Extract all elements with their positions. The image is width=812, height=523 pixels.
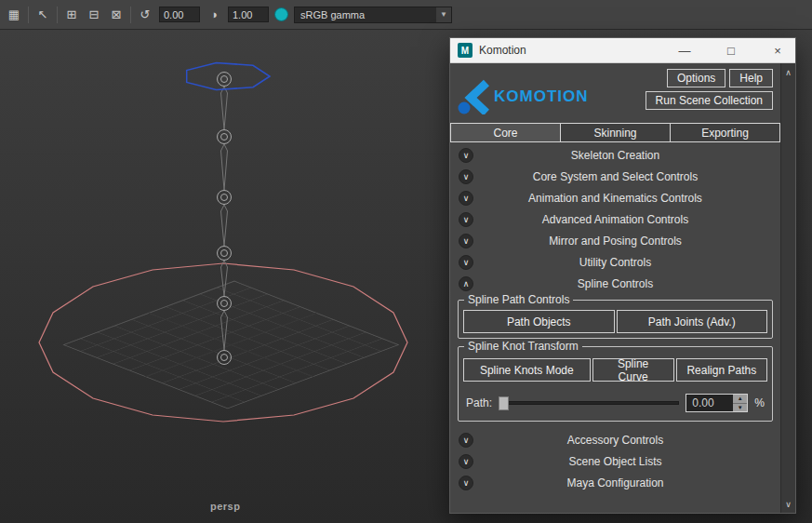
color-management-toggle[interactable] (274, 7, 288, 21)
plugin-header: KOMOTION Options Help Run Scene Collecti… (450, 63, 780, 121)
chevron-down-icon[interactable]: ∨ (459, 255, 473, 270)
section-advanced-animation[interactable]: ∨ Advanced Animation Controls (450, 208, 780, 230)
window-titlebar[interactable]: M Komotion — □ × (450, 38, 795, 63)
section-label: Scene Object Lists (568, 455, 661, 468)
exposure-icon[interactable]: ↺ (137, 7, 153, 23)
section-label: Accessory Controls (567, 434, 663, 447)
section-skeleton-creation[interactable]: ∨ Skeleton Creation (450, 144, 780, 166)
window-content: KOMOTION Options Help Run Scene Collecti… (450, 63, 780, 513)
komotion-window-icon: M (458, 43, 473, 58)
path-slider[interactable] (499, 396, 679, 410)
scrollbar[interactable]: ∧ ∨ (780, 63, 795, 513)
section-spline-controls[interactable]: ∧ Spline Controls (450, 273, 780, 294)
spinner-down-button[interactable]: ▼ (733, 403, 747, 412)
camera-label: persp (210, 501, 240, 512)
chevron-down-icon: ▼ (436, 7, 451, 22)
section-utility-controls[interactable]: ∨ Utility Controls (450, 251, 780, 273)
spline-path-controls-group: Spline Path Controls Path Objects Path J… (458, 300, 773, 339)
path-percent-row: Path: 0.00 ▲ ▼ % (463, 393, 767, 413)
viewport-toolbar: ▦ ↖ ⊞ ⊟ ⊠ ↺ 0.00 ◑ 1.00 sRGB gamma ▼ (0, 0, 812, 30)
maximize-button[interactable]: □ (725, 44, 738, 58)
spinner-up-button[interactable]: ▲ (733, 395, 747, 403)
percent-label: % (754, 396, 765, 409)
tab-skinning[interactable]: Skinning (561, 124, 671, 141)
section-label: Skeleton Creation (571, 149, 659, 162)
section-scene-object-lists[interactable]: ∨ Scene Object Lists (450, 450, 780, 472)
realign-paths-button[interactable]: Realign Paths (676, 358, 767, 382)
section-accessory-controls[interactable]: ∨ Accessory Controls (450, 429, 780, 450)
scroll-down-icon[interactable]: ∨ (785, 498, 792, 510)
exposure-input[interactable]: 0.00 (159, 7, 200, 22)
toolbar-separator (57, 7, 58, 23)
group-legend: Spline Path Controls (464, 293, 573, 306)
path-joints-adv-button[interactable]: Path Joints (Adv.) (617, 310, 768, 333)
pane-split-icon[interactable]: ⊞ (63, 7, 80, 23)
path-value-group: 0.00 ▲ ▼ (686, 394, 748, 412)
section-label: Spline Controls (578, 277, 653, 290)
komotion-logo-icon (458, 79, 489, 114)
colorspace-value: sRGB gamma (300, 9, 365, 20)
toolbar-separator (130, 7, 131, 23)
select-cursor-icon[interactable]: ↖ (34, 7, 51, 23)
section-label: Animation and Kinematics Controls (528, 192, 702, 205)
section-label: Utility Controls (579, 256, 651, 269)
window-body: KOMOTION Options Help Run Scene Collecti… (450, 63, 795, 513)
pane-single-icon[interactable]: ⊟ (86, 7, 102, 23)
path-label: Path: (466, 396, 492, 409)
run-scene-collection-button[interactable]: Run Scene Collection (646, 91, 773, 110)
section-list: ∨ Skeleton Creation ∨ Core System and Se… (450, 144, 780, 294)
section-label: Core System and Select Controls (533, 170, 698, 183)
scroll-up-icon[interactable]: ∧ (785, 66, 792, 78)
chevron-down-icon[interactable]: ∨ (459, 476, 473, 490)
window-controls: — □ × (678, 44, 788, 58)
section-label: Mirror and Posing Controls (549, 235, 682, 248)
maya-screen: persp ▦ ↖ ⊞ ⊟ ⊠ ↺ 0.00 ◑ 1.00 sRGB gamma… (0, 0, 812, 523)
tab-bar: Core Skinning Exporting (450, 123, 780, 142)
chevron-down-icon[interactable]: ∨ (459, 234, 473, 248)
options-button[interactable]: Options (667, 69, 725, 87)
chevron-down-icon[interactable]: ∨ (459, 169, 473, 184)
section-label: Advanced Animation Controls (542, 213, 688, 226)
tab-core[interactable]: Core (451, 124, 561, 141)
slider-track[interactable] (499, 401, 679, 405)
value-spinner: ▲ ▼ (733, 395, 747, 411)
path-objects-button[interactable]: Path Objects (463, 310, 615, 333)
help-button[interactable]: Help (729, 69, 773, 87)
pane-close-icon[interactable]: ⊠ (108, 7, 125, 23)
group-legend: Spline Knot Transform (464, 340, 582, 353)
brand-name: KOMOTION (494, 87, 589, 106)
header-buttons: Options Help Run Scene Collection (646, 69, 773, 117)
ground-grid (63, 281, 398, 409)
colorspace-select[interactable]: sRGB gamma ▼ (294, 7, 452, 23)
section-core-system[interactable]: ∨ Core System and Select Controls (450, 166, 780, 187)
grid-icon[interactable]: ▦ (6, 7, 22, 23)
path-value-input[interactable]: 0.00 (686, 395, 733, 411)
spline-knots-mode-button[interactable]: Spline Knots Mode (463, 358, 591, 382)
slider-handle[interactable] (499, 396, 509, 410)
tab-exporting[interactable]: Exporting (671, 124, 779, 141)
chevron-up-icon[interactable]: ∧ (459, 276, 473, 291)
chevron-down-icon[interactable]: ∨ (459, 148, 473, 163)
minimize-button[interactable]: — (678, 44, 691, 58)
komotion-brand: KOMOTION (458, 76, 589, 117)
bottom-section-list: ∨ Accessory Controls ∨ Scene Object List… (450, 429, 780, 493)
chevron-down-icon[interactable]: ∨ (459, 191, 473, 206)
chevron-down-icon[interactable]: ∨ (459, 433, 473, 448)
section-maya-configuration[interactable]: ∨ Maya Configuration (450, 472, 780, 493)
gamma-input[interactable]: 1.00 (228, 7, 269, 22)
chevron-down-icon[interactable]: ∨ (459, 212, 473, 227)
toolbar-separator (28, 7, 29, 23)
window-title: Komotion (479, 44, 526, 57)
komotion-window: M Komotion — □ × KOMOTION (449, 37, 796, 514)
path-circle-curve[interactable] (187, 62, 270, 89)
gamma-icon[interactable]: ◑ (206, 7, 222, 23)
spline-knot-transform-group: Spline Knot Transform Spline Knots Mode … (458, 346, 773, 422)
chevron-down-icon[interactable]: ∨ (459, 454, 473, 469)
section-animation-kinematics[interactable]: ∨ Animation and Kinematics Controls (450, 187, 780, 208)
section-label: Maya Configuration (566, 476, 663, 489)
section-mirror-posing[interactable]: ∨ Mirror and Posing Controls (450, 230, 780, 251)
spline-curve-button[interactable]: Spline Curve (592, 358, 674, 382)
close-button[interactable]: × (771, 44, 784, 58)
